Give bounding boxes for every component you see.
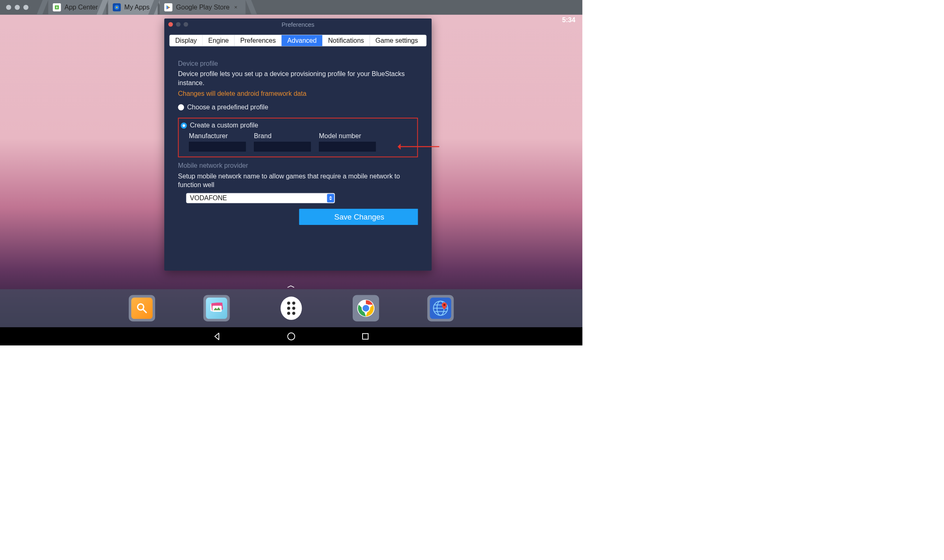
search-icon xyxy=(131,298,153,319)
dock-chrome[interactable] xyxy=(353,295,379,322)
brand-label: Brand xyxy=(254,132,311,140)
dock-maps[interactable] xyxy=(427,295,453,322)
custom-profile-fields: Manufacturer Brand Model number xyxy=(189,132,414,152)
android-navbar xyxy=(0,327,582,345)
nav-back[interactable] xyxy=(212,331,223,342)
app-center-icon xyxy=(53,3,61,12)
field-model: Model number xyxy=(319,132,376,152)
traffic-dot[interactable] xyxy=(23,5,28,10)
tab-engine[interactable]: Engine xyxy=(203,35,235,46)
traffic-dot[interactable] xyxy=(6,5,11,10)
close-icon[interactable]: × xyxy=(234,4,237,11)
network-select[interactable]: VODAFONE xyxy=(186,193,335,204)
status-bar: 5:34 xyxy=(562,15,582,25)
device-profile-desc: Device profile lets you set up a device … xyxy=(178,69,418,87)
prefs-traffic-lights xyxy=(168,22,188,27)
tab-game-settings[interactable]: Game settings xyxy=(370,35,424,46)
dock xyxy=(0,289,582,327)
svg-point-17 xyxy=(288,333,295,340)
svg-point-2 xyxy=(116,7,118,8)
svg-rect-18 xyxy=(363,333,368,339)
tab-advanced[interactable]: Advanced xyxy=(282,35,323,46)
save-changes-button[interactable]: Save Changes xyxy=(299,209,418,225)
maximize-window-button[interactable] xyxy=(184,22,188,27)
manufacturer-input[interactable] xyxy=(189,142,246,151)
radio-predefined-profile[interactable]: Choose a predefined profile xyxy=(178,103,418,111)
wallpaper-icon xyxy=(206,298,227,319)
tab-label: App Center xyxy=(65,3,98,11)
clock: 5:34 xyxy=(562,16,575,24)
maps-icon xyxy=(430,298,451,319)
svg-line-4 xyxy=(143,309,146,312)
save-label: Save Changes xyxy=(334,213,384,221)
tab-label: Google Play Store xyxy=(176,3,230,11)
prefs-tabbar: Display Engine Preferences Advanced Noti… xyxy=(170,35,427,46)
tab-play-store[interactable]: Google Play Store × xyxy=(160,0,245,15)
nav-home[interactable] xyxy=(286,331,297,342)
window-traffic-lights[interactable] xyxy=(6,5,28,10)
dock-apps[interactable] xyxy=(278,295,305,322)
tab-preferences[interactable]: Preferences xyxy=(235,35,281,46)
tab-display[interactable]: Display xyxy=(170,35,202,46)
play-store-icon xyxy=(164,3,172,12)
tab-notifications[interactable]: Notifications xyxy=(323,35,370,46)
minimize-window-button[interactable] xyxy=(176,22,181,27)
network-select-value: VODAFONE xyxy=(186,193,335,204)
bluestacks-icon xyxy=(113,3,121,12)
network-section: Mobile network provider Setup mobile net… xyxy=(178,162,418,225)
svg-rect-7 xyxy=(212,305,221,312)
custom-profile-highlight: Create a custom profile Manufacturer Bra… xyxy=(178,118,418,157)
dock-search[interactable] xyxy=(129,295,155,322)
close-window-button[interactable] xyxy=(168,22,173,27)
preferences-window: Preferences Display Engine Preferences A… xyxy=(164,19,432,271)
dock-wallpaper[interactable] xyxy=(203,295,230,322)
radio-label: Create a custom profile xyxy=(190,122,258,130)
radio-custom-profile[interactable]: Create a custom profile xyxy=(181,122,414,130)
field-brand: Brand xyxy=(254,132,311,152)
apps-icon xyxy=(281,296,302,320)
device-profile-heading: Device profile xyxy=(178,60,418,67)
network-desc: Setup mobile network name to allow games… xyxy=(178,172,418,190)
network-heading: Mobile network provider xyxy=(178,162,418,170)
tab-label: My Apps xyxy=(124,3,150,11)
annotation-arrow xyxy=(399,146,439,147)
nav-recent[interactable] xyxy=(360,331,371,342)
preferences-titlebar: Preferences xyxy=(164,19,432,31)
radio-icon xyxy=(181,123,187,129)
svg-point-16 xyxy=(443,304,445,306)
radio-icon xyxy=(178,104,184,110)
brand-input[interactable] xyxy=(254,142,311,151)
chevron-up-down-icon xyxy=(327,194,334,203)
model-input[interactable] xyxy=(319,142,376,151)
prefs-title: Preferences xyxy=(281,21,314,28)
model-label: Model number xyxy=(319,132,376,140)
traffic-dot[interactable] xyxy=(15,5,20,10)
radio-label: Choose a predefined profile xyxy=(187,103,268,111)
window-titlebar: App Center My Apps Google Play Store × xyxy=(0,0,582,15)
device-profile-warning: Changes will delete android framework da… xyxy=(178,90,418,98)
chrome-icon xyxy=(355,298,377,319)
manufacturer-label: Manufacturer xyxy=(189,132,246,140)
field-manufacturer: Manufacturer xyxy=(189,132,246,152)
prefs-content: Device profile Device profile lets you s… xyxy=(164,46,432,225)
app-tabs: App Center My Apps Google Play Store × xyxy=(41,0,248,15)
